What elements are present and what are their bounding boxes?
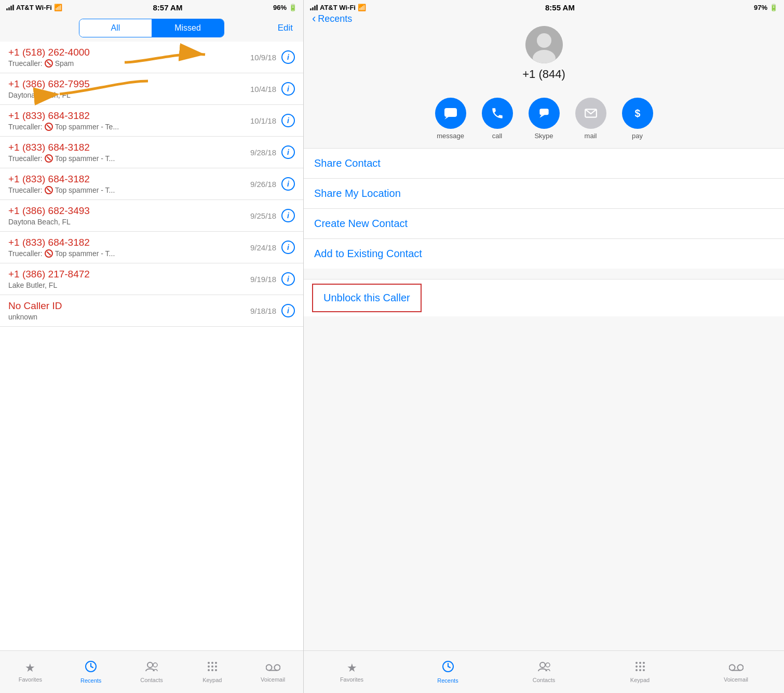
recents-label: Recents xyxy=(80,677,101,684)
right-signal-2 xyxy=(312,7,314,10)
share-location-item[interactable]: Share My Location xyxy=(304,179,784,209)
call-number-6: +1 (833) 684-3182 xyxy=(8,237,250,248)
contacts-label: Contacts xyxy=(140,677,163,683)
menu-section: Share Contact Share My Location Create N… xyxy=(304,148,784,269)
edit-button[interactable]: Edit xyxy=(278,23,293,33)
svg-point-16 xyxy=(266,665,272,671)
keypad-icon xyxy=(207,661,218,675)
svg-point-37 xyxy=(639,665,641,668)
info-btn-5[interactable]: i xyxy=(281,209,295,222)
info-btn-3[interactable]: i xyxy=(281,145,295,159)
action-message[interactable]: message xyxy=(435,98,466,140)
create-new-contact-item[interactable]: Create New Contact xyxy=(304,209,784,239)
call-date-7: 9/19/18 xyxy=(250,275,276,284)
svg-point-10 xyxy=(208,665,210,668)
svg-point-33 xyxy=(636,662,638,664)
all-tab[interactable]: All xyxy=(79,19,152,37)
call-item-1[interactable]: +1 (386) 682-7995 Daytona Beach, FL 10/4… xyxy=(0,73,303,105)
call-item-0[interactable]: +1 (518) 262-4000 Truecaller: Spam 10/9/… xyxy=(0,42,303,73)
svg-point-38 xyxy=(643,665,645,668)
right-tab-keypad[interactable]: Keypad xyxy=(592,661,688,683)
call-subtitle-2: Truecaller: Top spammer - Te... xyxy=(8,123,250,131)
mail-label: mail xyxy=(585,132,597,140)
info-btn-1[interactable]: i xyxy=(281,82,295,96)
right-tab-voicemail[interactable]: Voicemail xyxy=(688,661,784,683)
unblock-caller-item[interactable]: Unblock this Caller xyxy=(312,284,422,312)
svg-point-11 xyxy=(211,665,213,668)
call-number-5: +1 (386) 682-3493 xyxy=(8,205,250,217)
svg-marker-23 xyxy=(444,117,449,119)
action-call[interactable]: call xyxy=(482,98,513,140)
right-tab-recents[interactable]: Recents xyxy=(400,660,496,684)
right-voicemail-icon xyxy=(729,661,744,675)
left-tab-contacts[interactable]: Contacts xyxy=(121,661,182,683)
action-skype[interactable]: Skype xyxy=(529,98,560,140)
svg-point-7 xyxy=(208,662,210,664)
contacts-icon xyxy=(145,661,158,675)
contact-number: +1 (844) xyxy=(522,68,565,81)
truecaller-label-3: Truecaller: xyxy=(8,154,43,163)
info-btn-0[interactable]: i xyxy=(281,50,295,64)
info-btn-6[interactable]: i xyxy=(281,241,295,254)
svg-point-5 xyxy=(147,662,153,668)
call-number-1: +1 (386) 682-7995 xyxy=(8,78,250,90)
call-circle[interactable] xyxy=(482,98,513,129)
call-item-2[interactable]: +1 (833) 684-3182 Truecaller: Top spamme… xyxy=(0,105,303,137)
right-nav-bar: ‹ Recents xyxy=(304,15,784,21)
avatar-svg xyxy=(525,26,563,63)
call-item-left-3: +1 (833) 684-3182 Truecaller: Top spamme… xyxy=(8,142,250,163)
info-btn-8[interactable]: i xyxy=(281,304,295,317)
left-tab-favorites[interactable]: ★ Favorites xyxy=(0,661,61,683)
spam-icon-6 xyxy=(45,249,53,258)
call-subtitle-1: Daytona Beach, FL xyxy=(8,91,250,99)
call-item-left-6: +1 (833) 684-3182 Truecaller: Top spamme… xyxy=(8,237,250,258)
right-favorites-icon: ★ xyxy=(347,661,357,675)
right-tab-favorites[interactable]: ★ Favorites xyxy=(304,661,400,683)
right-tab-contacts[interactable]: Contacts xyxy=(496,661,592,683)
right-signal-3 xyxy=(314,6,316,10)
call-item-right-1: 10/4/18 i xyxy=(250,82,295,96)
missed-tab[interactable]: Missed xyxy=(152,19,224,37)
right-time: 8:55 AM xyxy=(545,3,575,12)
back-button[interactable]: ‹ Recents xyxy=(312,12,352,25)
call-item-5[interactable]: +1 (386) 682-3493 Daytona Beach, FL 9/25… xyxy=(0,200,303,232)
svg-point-9 xyxy=(215,662,217,664)
right-wifi-icon: 📶 xyxy=(358,4,366,11)
svg-point-34 xyxy=(639,662,641,664)
mail-circle[interactable] xyxy=(575,98,606,129)
svg-rect-24 xyxy=(539,109,548,115)
call-item-left-2: +1 (833) 684-3182 Truecaller: Top spamme… xyxy=(8,110,250,131)
call-item-8[interactable]: No Caller ID unknown 9/18/18 i xyxy=(0,295,303,327)
call-subtitle-8: unknown xyxy=(8,313,250,321)
call-item-4[interactable]: +1 (833) 684-3182 Truecaller: Top spamme… xyxy=(0,168,303,200)
call-number-7: +1 (386) 217-8472 xyxy=(8,269,250,280)
info-btn-4[interactable]: i xyxy=(281,177,295,191)
info-btn-2[interactable]: i xyxy=(281,114,295,127)
call-date-6: 9/24/18 xyxy=(250,243,276,252)
call-item-6[interactable]: +1 (833) 684-3182 Truecaller: Top spamme… xyxy=(0,232,303,263)
call-item-7[interactable]: +1 (386) 217-8472 Lake Butler, FL 9/19/1… xyxy=(0,263,303,295)
right-keypad-label: Keypad xyxy=(630,677,650,683)
message-circle[interactable] xyxy=(435,98,466,129)
spam-label-0: Spam xyxy=(55,59,74,68)
left-tab-voicemail[interactable]: Voicemail xyxy=(242,661,303,683)
right-signal-4 xyxy=(316,5,318,10)
right-contacts-icon xyxy=(537,661,551,675)
call-item-3[interactable]: +1 (833) 684-3182 Truecaller: Top spamme… xyxy=(0,137,303,168)
left-tab-keypad[interactable]: Keypad xyxy=(182,661,242,683)
info-btn-7[interactable]: i xyxy=(281,272,295,286)
call-number-3: +1 (833) 684-3182 xyxy=(8,142,250,153)
action-pay[interactable]: $ pay xyxy=(622,98,653,140)
favorites-label: Favorites xyxy=(19,676,42,683)
call-subtitle-0: Truecaller: Spam xyxy=(8,59,250,68)
call-list: +1 (518) 262-4000 Truecaller: Spam 10/9/… xyxy=(0,42,303,650)
skype-circle[interactable] xyxy=(529,98,560,129)
action-mail[interactable]: mail xyxy=(575,98,606,140)
left-tab-recents[interactable]: Recents xyxy=(61,660,121,684)
svg-point-32 xyxy=(546,663,550,667)
share-contact-item[interactable]: Share Contact xyxy=(304,149,784,179)
pay-circle[interactable]: $ xyxy=(622,98,653,129)
message-icon xyxy=(443,106,458,121)
call-item-left-4: +1 (833) 684-3182 Truecaller: Top spamme… xyxy=(8,174,250,194)
add-to-existing-contact-item[interactable]: Add to Existing Contact xyxy=(304,239,784,269)
